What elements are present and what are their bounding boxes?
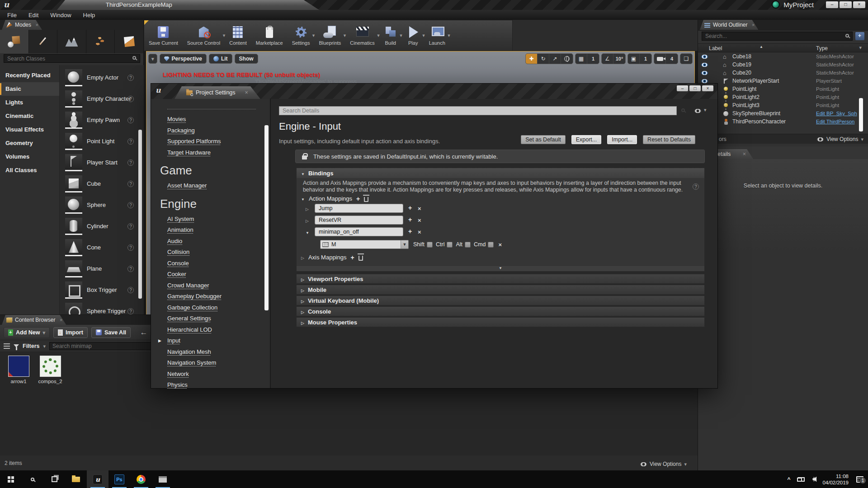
outliner-row[interactable]: PointLight3 PointLight <box>698 101 868 109</box>
network-icon[interactable] <box>798 477 805 482</box>
toolbar-button[interactable]: Cinematics <box>345 20 379 51</box>
modes-category[interactable]: Volumes <box>0 150 59 164</box>
outliner-column-header[interactable]: Label ▲ Type <box>698 43 868 52</box>
grid-snap-value[interactable]: 1 <box>587 54 599 64</box>
perspective-button[interactable]: Perspective <box>160 54 207 64</box>
dialog-maximize-button[interactable] <box>689 85 701 91</box>
collapsed-icon[interactable] <box>306 206 309 212</box>
help-icon[interactable]: ? <box>127 308 134 314</box>
settings-nav-item[interactable]: Audio <box>167 236 270 247</box>
rotation-snap-value[interactable]: 10° <box>613 54 625 64</box>
scale-tool-button[interactable]: ↗ <box>549 54 561 64</box>
content-view-options-button[interactable]: View Options <box>640 461 687 467</box>
show-button[interactable]: Show <box>235 54 258 64</box>
modes-category[interactable]: Visual Effects <box>0 123 59 136</box>
placeable-item[interactable]: Cone ? <box>60 237 144 258</box>
settings-nav-item[interactable]: Network <box>167 369 270 380</box>
toolbar-button[interactable]: Settings <box>288 20 315 51</box>
tab-project-settings[interactable]: Project Settings × <box>175 86 260 99</box>
delete-key-icon[interactable]: × <box>498 241 502 248</box>
save-all-button[interactable]: Save All <box>91 327 131 338</box>
settings-action-button[interactable]: Set as Default <box>521 135 566 144</box>
help-icon[interactable]: ? <box>127 244 134 251</box>
toolbar-button[interactable]: Launch <box>425 20 450 51</box>
toolbar-button[interactable]: Content <box>225 20 251 51</box>
help-icon[interactable]: ? <box>127 160 134 166</box>
settings-nav-item[interactable]: Console <box>167 258 270 269</box>
modes-category[interactable]: All Classes <box>0 164 59 177</box>
action-name-input[interactable] <box>315 216 403 225</box>
settings-nav-item[interactable]: Animation <box>167 225 270 236</box>
settings-nav-item[interactable]: Gameplay Debugger <box>167 291 270 302</box>
close-icon[interactable]: × <box>743 149 746 159</box>
toolbar-button[interactable]: Source Control <box>183 20 225 51</box>
modifier-checkbox[interactable] <box>447 242 453 248</box>
menu-item[interactable]: Window <box>50 12 71 19</box>
expanded-icon[interactable] <box>306 229 309 235</box>
modifier-checkbox[interactable] <box>465 242 471 248</box>
menu-item[interactable]: Help <box>83 12 95 19</box>
help-icon[interactable]: ? <box>127 202 134 208</box>
close-icon[interactable]: × <box>36 22 38 28</box>
section-expander[interactable] <box>297 265 704 271</box>
help-icon[interactable]: ? <box>127 117 134 123</box>
collapsed-section-header[interactable]: Viewport Properties <box>296 274 705 284</box>
settings-nav-item[interactable]: Supported Platforms <box>167 136 270 147</box>
menu-item[interactable]: Edit <box>28 12 38 19</box>
rotation-snap-toggle[interactable]: ∠ <box>602 54 613 64</box>
placeable-item[interactable]: Sphere ? <box>60 194 144 216</box>
add-mapping-icon[interactable]: + <box>356 197 360 201</box>
settings-nav-item[interactable]: Hierarchical LOD <box>167 324 270 336</box>
asset-item[interactable]: arrow1 <box>5 356 33 384</box>
add-actor-icon[interactable] <box>855 32 864 40</box>
settings-action-button[interactable]: Reset to Defaults <box>643 135 695 144</box>
delete-mapping-icon[interactable]: × <box>418 217 421 224</box>
dialog-minimize-button[interactable] <box>677 85 688 91</box>
placeable-item[interactable]: Empty Pawn ? <box>60 109 144 131</box>
menu-item[interactable]: File <box>7 12 17 19</box>
placeable-item[interactable]: Box Trigger ? <box>60 279 144 300</box>
visibility-eye-icon[interactable] <box>701 71 708 75</box>
scale-snap-value[interactable]: 1 <box>640 54 651 64</box>
visibility-eye-icon[interactable] <box>701 55 708 59</box>
add-key-icon[interactable]: + <box>408 217 412 222</box>
toolbar-button[interactable]: Marketplace <box>251 20 288 51</box>
eye-icon[interactable] <box>694 109 701 113</box>
search-classes-input[interactable] <box>4 54 140 63</box>
help-icon[interactable]: ? <box>127 138 134 145</box>
chevron-down-icon[interactable] <box>704 107 707 113</box>
collapsed-section-header[interactable]: Mobile <box>296 285 705 295</box>
close-button[interactable] <box>853 1 865 8</box>
minimize-button[interactable] <box>826 1 838 8</box>
toolbar-button[interactable]: Play <box>402 20 425 51</box>
collapsed-section-header[interactable]: Mouse Properties <box>296 317 705 327</box>
lit-button[interactable]: Lit <box>209 54 232 64</box>
chrome-taskbar-button[interactable] <box>130 470 152 488</box>
chevron-down-icon[interactable] <box>448 32 450 38</box>
add-mapping-icon[interactable]: + <box>350 255 354 260</box>
maximize-button[interactable] <box>840 1 852 8</box>
dialog-titlebar[interactable]: u Project Settings × <box>151 84 717 99</box>
delete-mapping-icon[interactable]: × <box>418 229 421 235</box>
outliner-row[interactable]: ThirdPersonCharacter Edit ThirdPerson <box>698 117 868 126</box>
sources-panel-icon[interactable] <box>4 343 10 349</box>
outliner-search-input[interactable] <box>702 32 853 41</box>
tab-content-browser[interactable]: Content Browser × <box>2 315 66 325</box>
mode-geometry-button[interactable] <box>115 30 144 53</box>
settings-nav-item[interactable]: Packaging <box>167 125 270 136</box>
add-key-icon[interactable]: + <box>408 229 412 234</box>
settings-nav-item[interactable]: Crowd Manager <box>167 280 270 291</box>
settings-nav-item[interactable]: Movies <box>167 114 270 125</box>
close-icon[interactable]: × <box>60 317 62 323</box>
maximize-viewport-button[interactable]: ❏ <box>680 54 692 64</box>
taskbar-search-button[interactable] <box>22 470 43 488</box>
level-tab[interactable]: ThirdPersonExampleMap <box>57 0 319 10</box>
placeable-item[interactable]: Sphere Trigger ? <box>60 300 144 315</box>
placeable-item[interactable]: Point Light ? <box>60 131 144 152</box>
app-window-taskbar-button[interactable] <box>152 470 174 488</box>
taskbar-clock[interactable]: 11:08 04/02/2019 <box>822 473 849 486</box>
toolbar-button[interactable]: Build <box>379 20 402 51</box>
collapsed-section-header[interactable]: Virtual Keyboard (Mobile) <box>296 296 705 305</box>
filters-button[interactable]: Filters <box>23 343 40 349</box>
world-local-toggle-button[interactable] <box>561 54 573 64</box>
